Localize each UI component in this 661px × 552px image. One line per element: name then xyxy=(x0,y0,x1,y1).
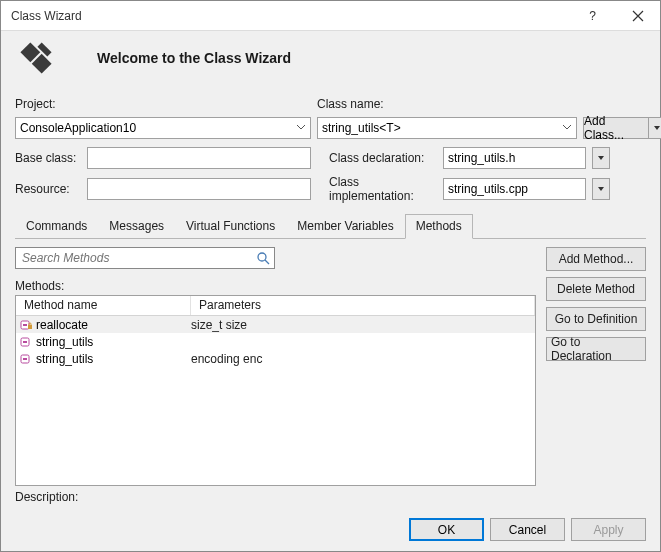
search-icon xyxy=(256,251,270,265)
class-impl-dropdown[interactable]: string_utils.cpp xyxy=(443,178,586,200)
window-title: Class Wizard xyxy=(11,9,570,23)
class-impl-value: string_utils.cpp xyxy=(448,182,528,196)
method-params-cell: encoding enc xyxy=(191,352,531,366)
svg-rect-11 xyxy=(23,358,27,360)
table-row[interactable]: string_utils xyxy=(16,333,535,350)
tab-body: Methods: Method name Parameters realloca… xyxy=(1,239,660,490)
ok-button[interactable]: OK xyxy=(409,518,484,541)
close-icon xyxy=(632,10,644,22)
project-label: Project: xyxy=(15,97,311,111)
delete-method-button[interactable]: Delete Method xyxy=(546,277,646,301)
method-name-cell: reallocate xyxy=(36,318,88,332)
method-icon xyxy=(20,319,32,331)
class-name-value: string_utils<T> xyxy=(322,121,401,135)
close-button[interactable] xyxy=(615,1,660,31)
methods-action-buttons: Add Method... Delete Method Go to Defini… xyxy=(546,247,646,486)
tab-bar: CommandsMessagesVirtual FunctionsMember … xyxy=(15,213,646,239)
add-class-button[interactable]: Add Class... xyxy=(583,117,649,139)
svg-rect-6 xyxy=(23,324,27,326)
chevron-down-icon xyxy=(562,122,572,132)
class-name-label: Class name: xyxy=(317,97,577,111)
svg-line-4 xyxy=(265,260,269,264)
tab-methods[interactable]: Methods xyxy=(405,214,473,239)
base-class-label: Base class: xyxy=(15,151,81,165)
search-methods-box[interactable] xyxy=(15,247,275,269)
col-method-name[interactable]: Method name xyxy=(16,296,191,315)
svg-rect-7 xyxy=(28,325,32,329)
resource-label: Resource: xyxy=(15,182,81,196)
svg-rect-2 xyxy=(37,42,51,56)
description-area: Description: xyxy=(1,490,660,510)
project-dropdown[interactable]: ConsoleApplication10 xyxy=(15,117,311,139)
methods-label: Methods: xyxy=(15,279,536,293)
method-icon xyxy=(20,353,32,365)
wizard-logo-icon xyxy=(15,37,57,79)
class-decl-browse-button[interactable] xyxy=(592,147,610,169)
class-decl-dropdown[interactable]: string_utils.h xyxy=(443,147,586,169)
description-label: Description: xyxy=(15,490,646,504)
table-row[interactable]: string_utilsencoding enc xyxy=(16,350,535,367)
svg-point-3 xyxy=(258,253,266,261)
chevron-down-icon xyxy=(653,124,661,132)
apply-button[interactable]: Apply xyxy=(571,518,646,541)
chevron-down-icon xyxy=(597,185,605,193)
tab-virtual-functions[interactable]: Virtual Functions xyxy=(175,214,286,239)
method-name-cell: string_utils xyxy=(36,352,93,366)
header: Welcome to the Class Wizard xyxy=(1,31,660,97)
class-impl-label: Class implementation: xyxy=(329,175,437,203)
svg-rect-9 xyxy=(23,341,27,343)
class-name-dropdown[interactable]: string_utils<T> xyxy=(317,117,577,139)
method-icon xyxy=(20,336,32,348)
method-params-cell: size_t size xyxy=(191,318,531,332)
add-class-splitbutton[interactable]: Add Class... xyxy=(583,117,661,139)
methods-table: Method name Parameters reallocatesize_t … xyxy=(15,295,536,486)
titlebar: Class Wizard ? xyxy=(1,1,660,31)
welcome-heading: Welcome to the Class Wizard xyxy=(97,50,291,66)
class-decl-label: Class declaration: xyxy=(329,151,437,165)
chevron-down-icon xyxy=(597,154,605,162)
class-decl-value: string_utils.h xyxy=(448,151,515,165)
go-to-definition-button[interactable]: Go to Definition xyxy=(546,307,646,331)
add-method-button[interactable]: Add Method... xyxy=(546,247,646,271)
tab-commands[interactable]: Commands xyxy=(15,214,98,239)
table-header: Method name Parameters xyxy=(16,296,535,316)
table-body: reallocatesize_t sizestring_utilsstring_… xyxy=(16,316,535,485)
table-row[interactable]: reallocatesize_t size xyxy=(16,316,535,333)
method-name-cell: string_utils xyxy=(36,335,93,349)
base-class-field[interactable] xyxy=(87,147,311,169)
add-class-dropdown-button[interactable] xyxy=(649,117,661,139)
col-parameters[interactable]: Parameters xyxy=(191,296,535,315)
class-impl-browse-button[interactable] xyxy=(592,178,610,200)
dialog-footer: OK Cancel Apply xyxy=(1,510,660,551)
go-to-declaration-button[interactable]: Go to Declaration xyxy=(546,337,646,361)
search-input[interactable] xyxy=(16,251,274,265)
project-value: ConsoleApplication10 xyxy=(20,121,136,135)
help-icon: ? xyxy=(589,9,596,23)
tab-messages[interactable]: Messages xyxy=(98,214,175,239)
chevron-down-icon xyxy=(296,122,306,132)
tab-member-variables[interactable]: Member Variables xyxy=(286,214,404,239)
help-button[interactable]: ? xyxy=(570,1,615,31)
class-wizard-dialog: Class Wizard ? Welcome to the Class Wiza… xyxy=(0,0,661,552)
cancel-button[interactable]: Cancel xyxy=(490,518,565,541)
resource-field[interactable] xyxy=(87,178,311,200)
